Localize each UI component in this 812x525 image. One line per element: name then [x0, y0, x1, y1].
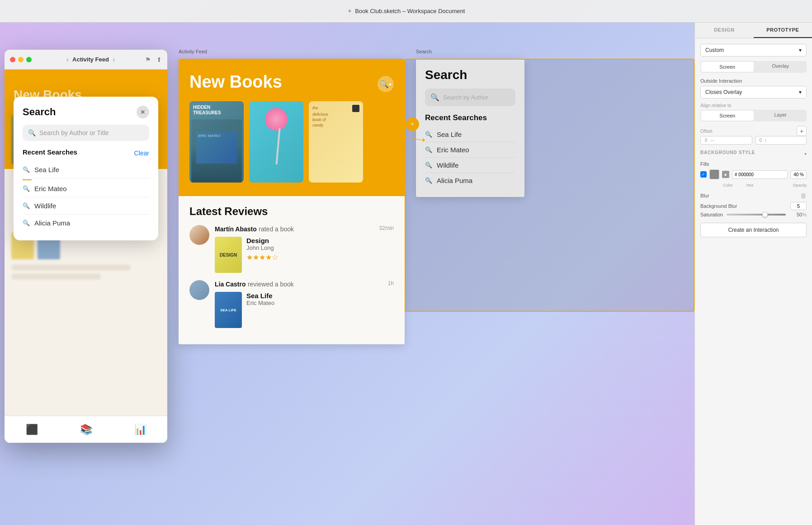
hex-field[interactable]: # 000000 — [732, 170, 788, 179]
recent-searches-label: Recent Searches — [23, 148, 77, 156]
offset-y-field[interactable]: 0 ↕ — [755, 136, 807, 145]
review-book-details-0: Design John Long ★★★★☆ — [246, 237, 278, 273]
review-item-1: Lia Castro reviewed a book 1h SEA LIFE S… — [189, 280, 394, 328]
minimize-button-dot[interactable] — [18, 57, 24, 62]
search-item-icon-1: 🔍 — [23, 185, 30, 192]
fills-checkbox[interactable] — [700, 171, 707, 178]
offset-section: Offset + 0 ↔ 0 ↕ — [700, 126, 807, 145]
books-carousel: HIDDENTREASURES ERIC MATEO — [179, 101, 405, 196]
book-title-0: HIDDENTREASURES — [189, 101, 244, 119]
nav-back-icon[interactable]: ‹ — [66, 56, 69, 64]
bg-blur-value[interactable]: 5 — [790, 202, 807, 210]
search-modal-header: Search ✕ — [23, 106, 149, 118]
book-card-2[interactable]: the delicious book of candy — [309, 101, 363, 183]
offset-updown-icon: ↕ — [765, 138, 767, 143]
hex-label: Hex — [746, 183, 788, 188]
book-card-0[interactable]: HIDDENTREASURES ERIC MATEO — [189, 101, 244, 183]
sp-recent-label: Recent Searches — [425, 113, 515, 122]
small-window-icons: ⚑ ⬆ — [145, 56, 162, 63]
color-type-icon[interactable]: ■ — [722, 171, 729, 178]
sp-item-1[interactable]: 🔍 Eric Mateo — [425, 142, 515, 158]
offset-y-value: 0 — [760, 138, 762, 143]
small-window-title: Activity Feed — [72, 56, 109, 63]
saturation-thumb[interactable] — [762, 212, 768, 217]
search-item-icon-2: 🔍 — [23, 202, 30, 209]
search-input-icon: 🔍 — [28, 129, 36, 136]
search-item-0[interactable]: 🔍 Sea Life — [23, 161, 149, 178]
tab-stats-icon[interactable]: 📊 — [134, 424, 146, 436]
book-cover-0: DESIGN — [215, 237, 242, 273]
tab-home-icon[interactable]: ⬛ — [26, 424, 38, 436]
search-input-placeholder: Search by Author or Title — [39, 129, 109, 136]
search-item-3[interactable]: 🔍 Alicia Puma — [23, 215, 149, 231]
opacity-field[interactable]: 40 % — [790, 170, 807, 179]
align-section: Align relative to Screen Layer — [700, 103, 807, 122]
book-image-1 — [249, 101, 303, 183]
saturation-slider[interactable] — [727, 214, 786, 216]
header-search-icon[interactable]: 🔍• — [378, 76, 394, 92]
nav-forward-icon[interactable]: › — [113, 56, 115, 64]
sp-search-icon-3: 🔍 — [425, 177, 432, 184]
color-swatch[interactable] — [709, 169, 719, 179]
search-item-1[interactable]: 🔍 Eric Mateo — [23, 180, 149, 197]
layer-align-btn[interactable]: Layer — [755, 110, 807, 122]
offset-add-button[interactable]: + — [797, 126, 807, 136]
canvas-area: ‹ Activity Feed › ⚑ ⬆ New Books — [0, 23, 694, 525]
tab-design[interactable]: DESIGN — [695, 23, 754, 38]
sp-item-3[interactable]: 🔍 Alicia Puma — [425, 173, 515, 188]
bg-style-chevron-icon[interactable]: ▾ — [804, 151, 807, 156]
sp-item-0[interactable]: 🔍 Sea Life — [425, 127, 515, 142]
review-book-title-0: Design — [246, 237, 278, 244]
share-icon[interactable]: ⬆ — [156, 56, 162, 63]
offset-label: Offset — [700, 129, 716, 134]
search-panel-icon: 🔍 — [430, 93, 439, 102]
titlebar-title: ✦ Book Club.sketch – Workspace Document — [347, 8, 465, 14]
search-panel-input[interactable]: 🔍 Search by Author — [425, 89, 515, 106]
tab-library-icon[interactable]: 📚 — [80, 424, 92, 436]
reviewer-avatar-0 — [189, 225, 209, 245]
book-card-1[interactable] — [249, 101, 303, 183]
sp-search-icon-2: 🔍 — [425, 162, 432, 169]
custom-dropdown-row: Custom ▾ — [700, 44, 807, 56]
closes-overlay-dropdown[interactable]: Closes Overlay ▾ — [700, 86, 807, 98]
close-modal-button[interactable]: ✕ — [137, 106, 149, 118]
custom-dropdown[interactable]: Custom ▾ — [700, 44, 807, 56]
fills-row: ■ # 000000 40 % — [700, 169, 807, 179]
offset-x-field[interactable]: 0 ↔ — [700, 136, 752, 145]
review-item-0: Martín Abasto rated a book 32min DESIGN … — [189, 225, 394, 273]
dropdown-chevron-icon: ▾ — [799, 47, 802, 53]
saturation-label: Saturation — [700, 212, 723, 217]
closes-overlay-chevron-icon: ▾ — [799, 89, 802, 95]
flag-icon[interactable]: ⚑ — [145, 56, 151, 63]
sp-item-2[interactable]: 🔍 Wildlife — [425, 158, 515, 173]
saturation-pct: % — [802, 212, 807, 217]
overlay-toggle-btn[interactable]: Overlay — [755, 61, 807, 73]
review-time-1: 1h — [388, 280, 394, 286]
reviewer-name-1: Lia Castro — [215, 281, 245, 288]
star-icon: ✦ — [347, 8, 352, 14]
create-interaction-button[interactable]: Create an Interaction — [700, 223, 807, 237]
maximize-button-dot[interactable] — [26, 57, 32, 62]
search-input-box[interactable]: 🔍 Search by Author or Title — [23, 125, 149, 141]
close-button-dot[interactable] — [10, 57, 15, 62]
search-item-icon-0: 🔍 — [23, 166, 30, 173]
search-item-2[interactable]: 🔍 Wildlife — [23, 197, 149, 215]
right-panel: DESIGN PROTOTYPE Custom ▾ Screen Overlay… — [694, 23, 812, 525]
review-book-author-0: John Long — [246, 244, 278, 251]
tab-prototype[interactable]: PROTOTYPE — [754, 23, 812, 38]
review-book-1: SEA LIFE Sea Life Eric Mateo — [215, 292, 394, 328]
search-panel-title: Search — [425, 68, 515, 82]
reviewer-action-1: reviewed a book — [248, 281, 294, 288]
panel-tabs: DESIGN PROTOTYPE — [695, 23, 812, 38]
search-modal-title: Search — [23, 106, 56, 118]
reviews-section: Latest Reviews Martín Abasto rated a boo… — [179, 196, 405, 344]
book-cover-1: SEA LIFE — [215, 292, 242, 328]
small-window-titlebar: ‹ Activity Feed › ⚑ ⬆ — [5, 50, 167, 70]
blur-delete-icon[interactable]: 🗑 — [800, 192, 807, 199]
review-book-0: DESIGN Design John Long ★★★★☆ — [215, 237, 394, 273]
clear-button[interactable]: Clear — [134, 150, 149, 157]
offset-fields: 0 ↔ 0 ↕ — [700, 136, 807, 145]
screen-align-btn[interactable]: Screen — [701, 111, 754, 121]
custom-label: Custom — [705, 47, 724, 53]
screen-toggle-btn[interactable]: Screen — [701, 62, 754, 72]
